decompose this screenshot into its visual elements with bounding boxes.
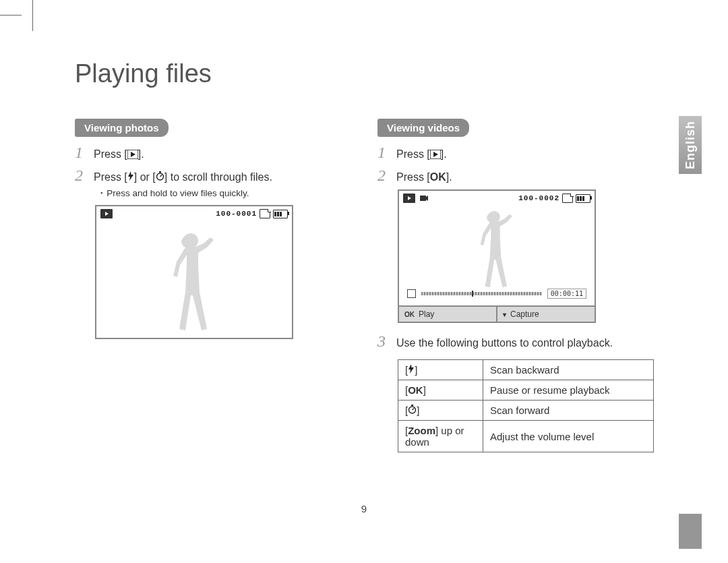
footer-capture-label: Capture [510,309,539,319]
playback-mode-icon [100,209,113,218]
svg-marker-7 [433,152,438,157]
file-counter: 100-0002 [518,194,559,202]
file-counter: 100-0001 [216,210,257,218]
language-label: English [684,121,698,169]
timer-icon [408,405,417,414]
timer-icon [156,169,164,185]
battery-icon [273,210,288,218]
svg-marker-2 [128,171,133,181]
table-row: [OK] Pause or resume playback [398,380,654,401]
step-2: 2 Press [] or [] to scroll through files… [75,167,358,185]
table-row: [] Scan backward [398,360,654,380]
progress-track [421,292,542,295]
section-heading: Viewing photos [75,119,169,137]
footer-play-label: Play [419,309,434,319]
table-row: [Zoom] up or down Adjust the volume leve… [398,421,654,452]
page-number: 9 [361,503,367,514]
step-1: 1 Press []. [75,144,358,164]
thumb-index-block [679,514,702,549]
section-heading: Viewing videos [377,119,469,137]
step-2: 2 Press [OK]. [377,167,661,185]
screen-topbar: 100-0001 [96,206,292,221]
step-1: 1 Press []. [377,144,661,164]
timecode: 00:00:11 [547,289,586,299]
movie-icon [419,194,429,203]
flash-icon [408,364,415,374]
svg-line-5 [160,175,162,177]
control-desc: Adjust the volume level [483,421,654,452]
control-desc: Scan backward [483,360,654,380]
manual-page: English Playing files Viewing photos 1 P… [0,0,728,563]
person-silhouette [476,211,518,291]
flash-icon [127,169,134,185]
language-tab: English [679,116,702,174]
ok-icon: OK [404,311,415,318]
svg-rect-12 [411,405,413,406]
playback-mode-icon [403,194,415,203]
battery-icon [576,194,590,203]
screen-topbar: 100-0002 [399,191,595,206]
playback-icon [430,148,441,164]
svg-rect-8 [420,196,426,201]
step-sub: Press and hold to view files quickly. [100,188,358,198]
svg-marker-10 [408,364,414,374]
video-progress: 00:00:11 [407,289,586,299]
page-title: Playing files [75,59,212,88]
video-screen-illustration: 100-0002 00:00:11 [398,189,596,323]
playback-icon [127,148,138,164]
video-footer: OK Play ▾ Capture [399,307,595,322]
svg-marker-1 [131,152,135,157]
section-viewing-videos: Viewing videos 1 Press []. 2 Press [OK]. [377,119,661,452]
table-row: [] Scan forward [398,401,654,421]
crop-mark [0,15,22,16]
sdcard-icon [562,194,573,203]
down-icon: ▾ [503,311,506,318]
crop-mark [32,0,33,31]
sdcard-icon [260,209,270,218]
section-viewing-photos: Viewing photos 1 Press []. 2 Press [] or… [75,119,358,339]
stop-icon [407,289,416,298]
photo-screen-illustration: 100-0001 [95,205,293,339]
ok-icon: OK [430,169,446,185]
step-3: 3 Use the following buttons to control p… [377,332,661,351]
control-desc: Pause or resume playback [483,380,654,401]
playback-controls-table: [] Scan backward [OK] Pause or resume pl… [398,359,654,452]
ok-icon: OK [408,384,423,396]
control-desc: Scan forward [483,401,654,421]
svg-rect-4 [159,171,161,173]
svg-marker-9 [426,196,428,201]
person-silhouette [168,233,220,334]
svg-line-13 [413,409,415,411]
